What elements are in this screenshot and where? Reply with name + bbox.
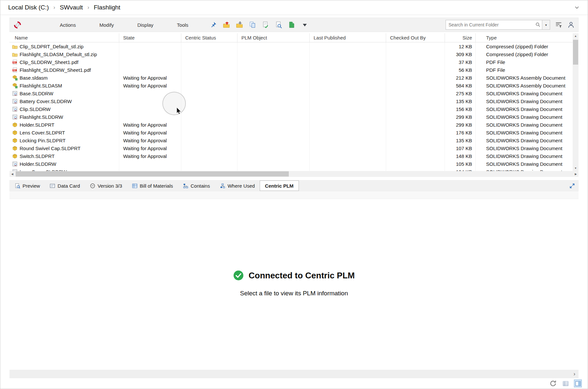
breadcrumb-item-vault[interactable]: SWvault [58,4,84,11]
table-row[interactable]: PDF Flashlight_SLDDRW_Sheet1.pdf [9,66,573,74]
column-header-checked-out-by[interactable]: Checked Out By [386,33,445,42]
table-row[interactable]: PDF Flashlight_SLDASM_Default_stl.zip [9,50,573,58]
file-state: Waiting for Approval [119,129,181,136]
user-icon[interactable] [567,21,575,29]
document-search-icon[interactable] [275,21,283,29]
file-type-icon: PDF [12,99,18,104]
file-checked-out-by [386,97,445,105]
file-centric-status [181,97,237,105]
copy-tree-icon[interactable] [249,21,256,29]
table-row[interactable]: PDF Clip.SLDDRW 156 KB [9,105,573,113]
solidworks-logo-icon[interactable] [13,21,22,29]
vault-folder-icon[interactable] [288,21,296,29]
file-last-published [310,152,386,160]
panel-toolbar-strip [9,191,579,199]
search-input[interactable] [446,22,534,27]
table-row[interactable]: PDF Base.SLDDRW 275 KB [9,89,573,97]
table-row[interactable]: PDF Base.sldasm Waiting for Approval [9,74,573,82]
table-row[interactable]: PDF Round Swivel Cap.SLDPRT Waiting for … [9,144,573,152]
table-row[interactable]: PDF Switch.SLDPRT Waiting for Approval [9,152,573,160]
file-checked-out-by [386,50,445,58]
file-size: 104 KB [445,168,476,171]
file-plm-object [237,82,310,89]
menu-actions[interactable]: Actions [48,22,88,28]
column-header-last-published[interactable]: Last Published [310,33,386,42]
pin-icon[interactable] [209,21,217,29]
table-row[interactable]: PDF Lens Cover.SLDPRT Waiting for Approv… [9,129,573,136]
strip-chevron-icon[interactable]: › [574,371,575,377]
sync-icon[interactable] [549,380,557,387]
table-row[interactable]: PDF Battery Cover.SLDDRW 135 K [9,97,573,105]
preview-icon [15,183,20,189]
file-name-cell: PDF Clip.SLDDRW [9,105,119,113]
breadcrumb-item-folder[interactable]: Flashlight [92,4,122,11]
details-view-icon[interactable] [562,380,569,387]
overflow-dropdown-icon[interactable] [303,24,307,28]
file-checked-out-by [386,168,445,171]
check-out-icon[interactable] [236,21,243,29]
table-row[interactable]: PDF Flashlight.SLDDRW 299 KB [9,113,573,121]
file-last-published [310,82,386,89]
centric-plm-panel: Connected to Centric PLM Select a file t… [9,199,579,370]
scroll-up-arrow[interactable]: ▲ [573,33,579,39]
column-header-centric-status[interactable]: Centric Status [181,33,237,42]
file-last-published [310,129,386,136]
horizontal-scrollbar-thumb[interactable] [16,171,289,177]
tab-bill-of-materials[interactable]: Bill of Materials [127,180,178,191]
scroll-left-arrow[interactable]: ◀ [9,171,15,177]
tab-where-used[interactable]: Where Used [215,180,260,191]
tab-data-card[interactable]: Data Card [45,180,85,191]
file-name: Base.sldasm [20,75,48,81]
column-header-plm-object[interactable]: PLM Object [237,33,310,42]
menu-display[interactable]: Display [125,22,165,28]
file-name-cell: PDF Clip_SLDDRW_Sheet1.pdf [9,58,119,66]
expand-panel-icon[interactable] [568,181,576,190]
menu-tools[interactable]: Tools [165,22,200,28]
file-checked-out-by [386,42,445,50]
vertical-scrollbar[interactable]: ▲ ▼ [573,33,579,171]
tab-preview[interactable]: Preview [10,180,45,191]
table-row[interactable]: PDF Holder.SLDDRW 105 KB [9,160,573,168]
search-dropdown-icon[interactable]: ▾ [542,20,550,29]
file-centric-status [181,50,237,58]
address-dropdown-icon[interactable] [573,3,581,12]
file-centric-status [181,42,237,50]
table-row[interactable]: PDF Clip_SLDPRT_Default_stl.zip [9,42,573,50]
file-centric-status [181,89,237,97]
file-last-published [310,66,386,74]
table-row[interactable]: PDF Clip_SLDDRW_Sheet1.pdf 37 [9,58,573,66]
horizontal-scrollbar[interactable]: ◀ ▶ [9,171,579,177]
tab-label: Where Used [228,183,255,189]
file-centric-status [181,160,237,168]
search-options-icon[interactable] [555,21,563,29]
breadcrumb-item-drive[interactable]: Local Disk (C:) [7,4,50,11]
vertical-scrollbar-thumb[interactable] [573,40,578,65]
file-size: 135 KB [445,97,476,105]
column-header-size[interactable]: Size [445,33,476,42]
menu-modify[interactable]: Modify [88,22,125,28]
column-header-state[interactable]: State [119,33,181,42]
search-icon[interactable] [534,20,542,29]
table-row[interactable]: PDF Flashlight.SLDASM Waiting for Approv… [9,82,573,89]
tab-version[interactable]: Version 3/3 [85,180,127,191]
document-check-icon[interactable] [262,21,270,29]
tab-centric-plm[interactable]: Centric PLM [260,180,299,191]
preview-pane-icon[interactable] [574,380,582,387]
scroll-right-arrow[interactable]: ▶ [573,171,579,177]
file-checked-out-by [386,89,445,97]
file-last-published [310,136,386,144]
scroll-down-arrow[interactable]: ▼ [573,165,579,171]
svg-text:PDF: PDF [13,62,16,63]
check-in-icon[interactable] [222,21,230,29]
file-centric-status [181,136,237,144]
breadcrumb-separator: › [50,5,58,10]
column-header-name[interactable]: Name [9,33,119,42]
file-type-icon: PDF [12,52,18,57]
tab-contains[interactable]: Contains [178,180,215,191]
table-row[interactable]: PDF Lens Cover.SLDDRW 104 KB [9,168,573,171]
table-row[interactable]: PDF Holder.SLDPRT Waiting for Approval [9,121,573,129]
file-plm-object [237,152,310,160]
column-header-type[interactable]: Type [476,33,573,42]
file-name: Holder.SLDPRT [20,122,54,128]
table-row[interactable]: PDF Locking Pin.SLDPRT Waiting for Appro… [9,136,573,144]
